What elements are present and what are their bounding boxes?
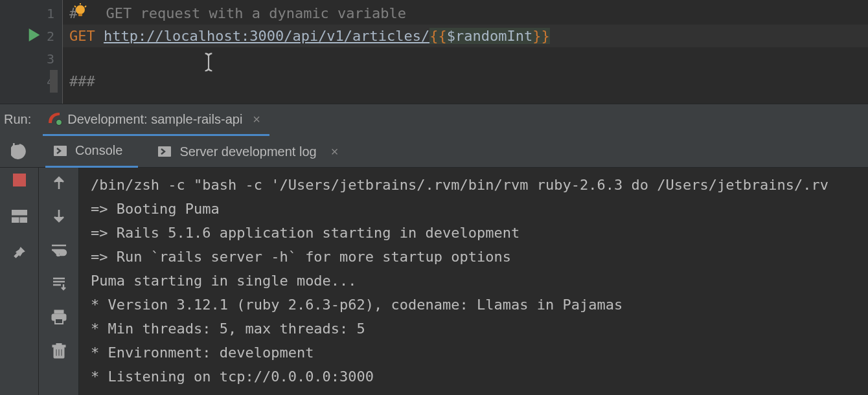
soft-wrap-icon[interactable] bbox=[49, 240, 69, 260]
pin-icon[interactable] bbox=[10, 243, 29, 262]
code-area[interactable]: # GET request with a dynamic variable GE… bbox=[63, 0, 868, 104]
run-line-icon[interactable] bbox=[29, 28, 40, 45]
run-tool-window-header: Run: Development: sample-rails-api × bbox=[0, 104, 868, 135]
tab-server-log[interactable]: Server development log × bbox=[150, 135, 354, 168]
svg-line-4 bbox=[85, 6, 86, 7]
svg-line-3 bbox=[74, 6, 76, 7]
output-line: /bin/zsh -c "bash -c '/Users/jetbrains/.… bbox=[91, 173, 868, 197]
svg-rect-8 bbox=[13, 174, 26, 186]
gutter-row[interactable]: 3 bbox=[0, 47, 62, 70]
scroll-to-end-icon[interactable] bbox=[49, 274, 69, 293]
code-line[interactable]: # GET request with a dynamic variable bbox=[69, 2, 868, 25]
gutter-row[interactable]: 2 bbox=[0, 25, 62, 47]
output-line: * Listening on tcp://0.0.0.0:3000 bbox=[91, 365, 868, 389]
code-line[interactable]: GET http://localhost:3000/api/v1/article… bbox=[69, 25, 868, 47]
tab-server-log-label: Server development log bbox=[179, 144, 316, 159]
editor-pane: 1 2 3 4 # GET request with a dyn bbox=[0, 0, 868, 104]
svg-rect-11 bbox=[20, 218, 27, 223]
output-toolbar bbox=[39, 168, 79, 395]
svg-rect-19 bbox=[56, 349, 57, 356]
code-line[interactable]: ### bbox=[69, 70, 868, 93]
line-number: 2 bbox=[47, 28, 54, 44]
http-url: http://localhost:3000/api/v1/articles/ bbox=[104, 28, 429, 44]
comment-text: GET request with a dynamic variable bbox=[97, 5, 406, 21]
intention-bulb-icon[interactable] bbox=[73, 3, 88, 19]
http-method: GET bbox=[69, 28, 95, 44]
template-close: }} bbox=[532, 28, 550, 44]
console-step-icon bbox=[53, 145, 67, 157]
gutter-row[interactable]: 1 bbox=[0, 2, 62, 25]
template-open: {{ bbox=[429, 28, 447, 44]
svg-rect-20 bbox=[58, 349, 60, 356]
down-arrow-icon[interactable] bbox=[49, 207, 69, 226]
output-line: * Version 3.12.1 (ruby 2.6.3-p62), coden… bbox=[91, 293, 868, 317]
rerun-icon[interactable] bbox=[10, 142, 29, 161]
layout-icon[interactable] bbox=[10, 207, 29, 226]
output-line: * Environment: development bbox=[91, 341, 868, 365]
tab-console-label: Console bbox=[75, 143, 122, 158]
run-header-label: Run: bbox=[4, 112, 43, 127]
close-tab-icon[interactable]: × bbox=[253, 112, 260, 127]
run-config-tab[interactable]: Development: sample-rails-api × bbox=[43, 106, 269, 136]
output-line: * Min threads: 5, max threads: 5 bbox=[91, 317, 868, 341]
console-tabs: Console Server development log × bbox=[0, 135, 868, 167]
stop-icon[interactable] bbox=[10, 170, 29, 190]
svg-rect-1 bbox=[78, 14, 82, 16]
svg-rect-18 bbox=[56, 343, 62, 345]
code-line[interactable] bbox=[69, 47, 868, 70]
template-var: $randomInt bbox=[447, 28, 532, 44]
print-icon[interactable] bbox=[49, 308, 69, 327]
section-marker: ### bbox=[69, 73, 95, 89]
svg-point-5 bbox=[56, 120, 62, 126]
close-tab-icon[interactable]: × bbox=[331, 144, 339, 159]
console-output[interactable]: /bin/zsh -c "bash -c '/Users/jetbrains/.… bbox=[79, 168, 868, 395]
output-line: => Booting Puma bbox=[91, 197, 868, 221]
line-number: 1 bbox=[47, 6, 54, 21]
output-line: => Rails 5.1.6 application starting in d… bbox=[91, 221, 868, 245]
trash-icon[interactable] bbox=[49, 341, 69, 361]
svg-rect-10 bbox=[12, 218, 19, 223]
tab-console[interactable]: Console bbox=[45, 135, 138, 168]
output-line: => Run `rails server -h` for more startu… bbox=[91, 245, 868, 269]
svg-rect-12 bbox=[54, 310, 63, 313]
run-config-name: Development: sample-rails-api bbox=[67, 112, 242, 127]
rails-icon bbox=[47, 110, 62, 129]
svg-rect-21 bbox=[61, 349, 62, 356]
run-tool-window-body: /bin/zsh -c "bash -c '/Users/jetbrains/.… bbox=[0, 167, 868, 395]
up-arrow-icon[interactable] bbox=[49, 173, 69, 192]
line-number: 3 bbox=[47, 51, 54, 67]
svg-point-0 bbox=[76, 5, 85, 14]
output-line: Puma starting in single mode... bbox=[91, 269, 868, 293]
svg-rect-9 bbox=[12, 210, 27, 215]
svg-rect-14 bbox=[55, 319, 63, 324]
current-line-marker bbox=[50, 70, 58, 93]
console-step-icon bbox=[157, 146, 172, 157]
run-toolbar bbox=[0, 168, 39, 395]
